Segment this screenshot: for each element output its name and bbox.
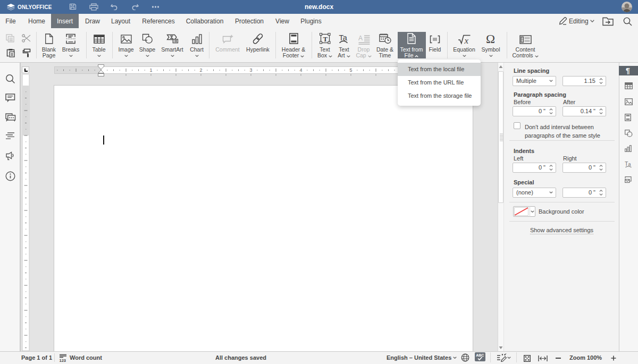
svg-text:Ta: Ta — [339, 33, 348, 42]
svg-text:ABC: ABC — [476, 353, 484, 357]
svg-text:Ω: Ω — [486, 33, 495, 44]
svg-text:¶: ¶ — [626, 67, 630, 74]
svg-text:123: 123 — [60, 358, 66, 362]
svg-text:5: 5 — [349, 67, 352, 73]
svg-text:3: 3 — [249, 67, 252, 73]
svg-text:4: 4 — [299, 67, 302, 73]
svg-text:x: x — [464, 36, 469, 45]
svg-text:T: T — [323, 35, 328, 43]
svg-text:1: 1 — [149, 67, 152, 73]
svg-text:A: A — [358, 35, 363, 42]
svg-text:2: 2 — [199, 67, 202, 73]
